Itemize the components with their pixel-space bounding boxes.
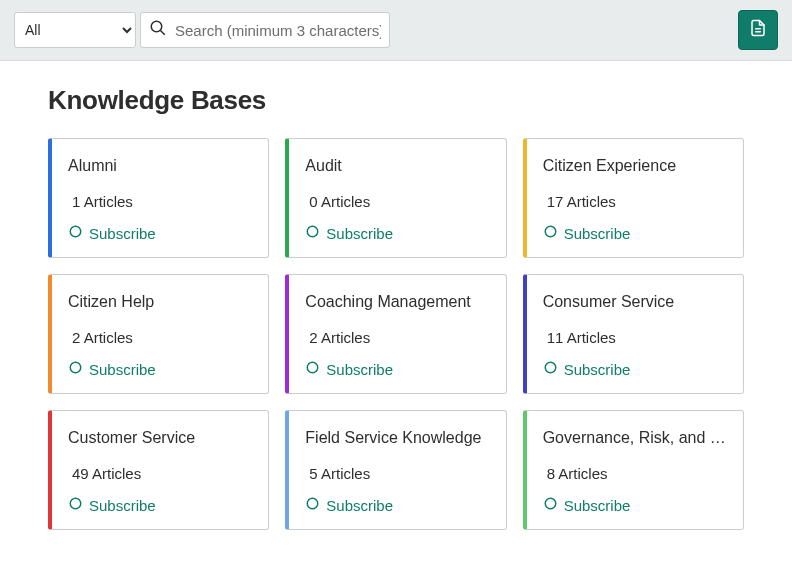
circle-icon [305,360,320,378]
circle-icon [68,360,83,378]
new-document-button[interactable] [738,10,778,50]
svg-point-12 [545,498,556,509]
circle-icon [543,224,558,242]
card-article-count: 1 Articles [68,193,252,210]
card-title: Field Service Knowledge [305,429,489,447]
card-article-count: 11 Articles [543,329,727,346]
knowledge-base-card[interactable]: Citizen Help2 ArticlesSubscribe [48,274,269,394]
card-title: Alumni [68,157,252,175]
svg-point-5 [308,226,319,237]
circle-icon [305,224,320,242]
card-article-count: 2 Articles [68,329,252,346]
card-title: Governance, Risk, and … [543,429,727,447]
svg-point-9 [545,362,556,373]
knowledge-base-card[interactable]: Coaching Management2 ArticlesSubscribe [285,274,506,394]
circle-icon [305,496,320,514]
subscribe-button[interactable]: Subscribe [543,496,631,514]
page-title: Knowledge Bases [48,85,744,116]
topbar: All [0,0,792,61]
card-title: Citizen Experience [543,157,727,175]
svg-point-6 [545,226,556,237]
search-input[interactable] [175,22,381,39]
subscribe-label: Subscribe [89,361,156,378]
knowledge-base-card[interactable]: Audit0 ArticlesSubscribe [285,138,506,258]
knowledge-base-card[interactable]: Field Service Knowledge5 ArticlesSubscri… [285,410,506,530]
card-title: Audit [305,157,489,175]
subscribe-label: Subscribe [89,225,156,242]
subscribe-button[interactable]: Subscribe [68,360,156,378]
subscribe-label: Subscribe [326,361,393,378]
search-icon [149,19,167,41]
svg-point-8 [308,362,319,373]
content-area: Knowledge Bases Alumni1 ArticlesSubscrib… [0,61,792,561]
card-title: Customer Service [68,429,252,447]
card-title: Citizen Help [68,293,252,311]
document-icon [749,19,767,41]
circle-icon [543,360,558,378]
svg-point-11 [308,498,319,509]
subscribe-button[interactable]: Subscribe [543,360,631,378]
svg-point-0 [151,21,162,32]
knowledge-base-card[interactable]: Citizen Experience17 ArticlesSubscribe [523,138,744,258]
card-article-count: 0 Articles [305,193,489,210]
subscribe-label: Subscribe [326,497,393,514]
svg-line-1 [160,30,165,35]
circle-icon [68,224,83,242]
subscribe-button[interactable]: Subscribe [68,496,156,514]
subscribe-label: Subscribe [564,361,631,378]
subscribe-button[interactable]: Subscribe [305,496,393,514]
subscribe-label: Subscribe [326,225,393,242]
circle-icon [543,496,558,514]
subscribe-button[interactable]: Subscribe [305,224,393,242]
card-article-count: 49 Articles [68,465,252,482]
knowledge-base-grid: Alumni1 ArticlesSubscribeAudit0 Articles… [48,138,744,530]
subscribe-label: Subscribe [89,497,156,514]
svg-point-10 [70,498,81,509]
card-article-count: 5 Articles [305,465,489,482]
filter-select[interactable]: All [14,12,136,48]
svg-point-4 [70,226,81,237]
knowledge-base-card[interactable]: Governance, Risk, and …8 ArticlesSubscri… [523,410,744,530]
card-title: Consumer Service [543,293,727,311]
subscribe-button[interactable]: Subscribe [543,224,631,242]
card-title: Coaching Management [305,293,489,311]
card-article-count: 17 Articles [543,193,727,210]
circle-icon [68,496,83,514]
knowledge-base-card[interactable]: Consumer Service11 ArticlesSubscribe [523,274,744,394]
subscribe-button[interactable]: Subscribe [68,224,156,242]
svg-point-7 [70,362,81,373]
card-article-count: 8 Articles [543,465,727,482]
knowledge-base-card[interactable]: Customer Service49 ArticlesSubscribe [48,410,269,530]
subscribe-label: Subscribe [564,497,631,514]
subscribe-label: Subscribe [564,225,631,242]
knowledge-base-card[interactable]: Alumni1 ArticlesSubscribe [48,138,269,258]
search-wrap [140,12,390,48]
card-article-count: 2 Articles [305,329,489,346]
subscribe-button[interactable]: Subscribe [305,360,393,378]
